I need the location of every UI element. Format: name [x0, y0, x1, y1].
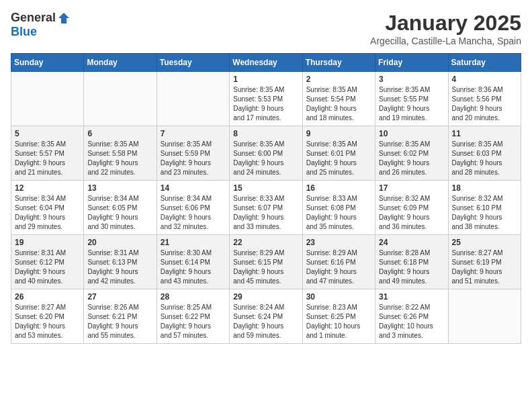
calendar-cell: 3Sunrise: 8:35 AM Sunset: 5:55 PM Daylig… [375, 72, 448, 126]
calendar-cell: 7Sunrise: 8:35 AM Sunset: 5:59 PM Daylig… [157, 126, 229, 181]
day-info: Sunrise: 8:35 AM Sunset: 5:57 PM Dayligh… [15, 140, 80, 177]
calendar-cell [84, 72, 157, 126]
calendar-cell: 6Sunrise: 8:35 AM Sunset: 5:58 PM Daylig… [84, 126, 157, 181]
day-info: Sunrise: 8:31 AM Sunset: 6:13 PM Dayligh… [87, 248, 152, 286]
svg-marker-0 [58, 13, 69, 24]
day-number: 4 [452, 75, 517, 84]
calendar-cell [11, 72, 84, 126]
calendar-week-row: 1Sunrise: 8:35 AM Sunset: 5:53 PM Daylig… [11, 72, 521, 126]
day-number: 8 [233, 129, 298, 138]
calendar-cell: 28Sunrise: 8:25 AM Sunset: 6:22 PM Dayli… [157, 289, 229, 344]
day-number: 21 [161, 238, 226, 247]
calendar-cell: 31Sunrise: 8:22 AM Sunset: 6:26 PM Dayli… [375, 289, 448, 344]
day-info: Sunrise: 8:33 AM Sunset: 6:07 PM Dayligh… [233, 194, 298, 232]
day-number: 6 [87, 129, 152, 138]
calendar-cell: 19Sunrise: 8:31 AM Sunset: 6:12 PM Dayli… [11, 235, 84, 289]
day-number: 13 [87, 183, 152, 193]
calendar-cell: 10Sunrise: 8:35 AM Sunset: 6:02 PM Dayli… [375, 126, 448, 181]
day-info: Sunrise: 8:34 AM Sunset: 6:05 PM Dayligh… [87, 194, 152, 232]
day-number: 29 [233, 292, 298, 302]
day-info: Sunrise: 8:33 AM Sunset: 6:08 PM Dayligh… [306, 194, 371, 232]
calendar-cell: 15Sunrise: 8:33 AM Sunset: 6:07 PM Dayli… [230, 181, 302, 235]
calendar-cell [448, 289, 521, 344]
day-number: 22 [233, 238, 298, 247]
calendar-location: Argecilla, Castille-La Mancha, Spain [370, 36, 521, 46]
day-info: Sunrise: 8:27 AM Sunset: 6:20 PM Dayligh… [15, 303, 80, 340]
day-number: 5 [15, 129, 80, 138]
calendar-cell: 14Sunrise: 8:34 AM Sunset: 6:06 PM Dayli… [157, 181, 229, 235]
day-number: 18 [452, 183, 517, 193]
day-info: Sunrise: 8:23 AM Sunset: 6:25 PM Dayligh… [306, 303, 371, 340]
calendar-table: SundayMondayTuesdayWednesdayThursdayFrid… [11, 53, 521, 344]
day-info: Sunrise: 8:27 AM Sunset: 6:19 PM Dayligh… [452, 248, 517, 286]
calendar-week-row: 12Sunrise: 8:34 AM Sunset: 6:04 PM Dayli… [11, 181, 521, 235]
calendar-cell [157, 72, 229, 126]
logo-icon [57, 11, 71, 25]
title-block: January 2025 Argecilla, Castille-La Manc… [370, 11, 521, 46]
day-info: Sunrise: 8:35 AM Sunset: 5:58 PM Dayligh… [87, 140, 152, 177]
weekday-header-monday: Monday [84, 54, 157, 72]
day-number: 1 [233, 75, 298, 84]
weekday-header-sunday: Sunday [11, 54, 84, 72]
logo-blue-text: Blue [11, 25, 37, 39]
weekday-header-friday: Friday [375, 54, 448, 72]
day-number: 14 [161, 183, 226, 193]
logo: General Blue [11, 11, 71, 39]
day-info: Sunrise: 8:35 AM Sunset: 5:53 PM Dayligh… [233, 85, 298, 123]
day-number: 31 [379, 292, 444, 302]
calendar-cell: 11Sunrise: 8:35 AM Sunset: 6:03 PM Dayli… [448, 126, 521, 181]
calendar-cell: 9Sunrise: 8:35 AM Sunset: 6:01 PM Daylig… [302, 126, 375, 181]
calendar-cell: 24Sunrise: 8:28 AM Sunset: 6:18 PM Dayli… [375, 235, 448, 289]
day-info: Sunrise: 8:30 AM Sunset: 6:14 PM Dayligh… [161, 248, 226, 286]
day-number: 3 [379, 75, 444, 84]
day-number: 12 [15, 183, 80, 193]
day-info: Sunrise: 8:22 AM Sunset: 6:26 PM Dayligh… [379, 303, 444, 340]
calendar-cell: 4Sunrise: 8:36 AM Sunset: 5:56 PM Daylig… [448, 72, 521, 126]
day-info: Sunrise: 8:34 AM Sunset: 6:06 PM Dayligh… [161, 194, 226, 232]
day-number: 9 [306, 129, 371, 138]
day-number: 23 [306, 238, 371, 247]
day-info: Sunrise: 8:26 AM Sunset: 6:21 PM Dayligh… [87, 303, 152, 340]
day-info: Sunrise: 8:35 AM Sunset: 5:59 PM Dayligh… [161, 140, 226, 177]
day-info: Sunrise: 8:35 AM Sunset: 5:54 PM Dayligh… [306, 85, 371, 123]
day-info: Sunrise: 8:28 AM Sunset: 6:18 PM Dayligh… [379, 248, 444, 286]
day-number: 16 [306, 183, 371, 193]
calendar-title: January 2025 [370, 11, 521, 36]
day-number: 15 [233, 183, 298, 193]
day-info: Sunrise: 8:29 AM Sunset: 6:16 PM Dayligh… [306, 248, 371, 286]
calendar-cell: 5Sunrise: 8:35 AM Sunset: 5:57 PM Daylig… [11, 126, 84, 181]
day-number: 19 [15, 238, 80, 247]
day-number: 25 [452, 238, 517, 247]
calendar-cell: 30Sunrise: 8:23 AM Sunset: 6:25 PM Dayli… [302, 289, 375, 344]
day-info: Sunrise: 8:32 AM Sunset: 6:09 PM Dayligh… [379, 194, 444, 232]
day-info: Sunrise: 8:34 AM Sunset: 6:04 PM Dayligh… [15, 194, 80, 232]
calendar-week-row: 26Sunrise: 8:27 AM Sunset: 6:20 PM Dayli… [11, 289, 521, 344]
day-number: 7 [161, 129, 226, 138]
calendar-cell: 16Sunrise: 8:33 AM Sunset: 6:08 PM Dayli… [302, 181, 375, 235]
calendar-cell: 8Sunrise: 8:35 AM Sunset: 6:00 PM Daylig… [230, 126, 302, 181]
day-number: 30 [306, 292, 371, 302]
weekday-header-wednesday: Wednesday [230, 54, 302, 72]
day-number: 28 [161, 292, 226, 302]
day-info: Sunrise: 8:31 AM Sunset: 6:12 PM Dayligh… [15, 248, 80, 286]
calendar-cell: 29Sunrise: 8:24 AM Sunset: 6:24 PM Dayli… [230, 289, 302, 344]
day-number: 17 [379, 183, 444, 193]
calendar-cell: 25Sunrise: 8:27 AM Sunset: 6:19 PM Dayli… [448, 235, 521, 289]
day-number: 26 [15, 292, 80, 302]
day-number: 10 [379, 129, 444, 138]
day-info: Sunrise: 8:25 AM Sunset: 6:22 PM Dayligh… [161, 303, 226, 340]
day-number: 20 [87, 238, 152, 247]
calendar-cell: 1Sunrise: 8:35 AM Sunset: 5:53 PM Daylig… [230, 72, 302, 126]
calendar-cell: 26Sunrise: 8:27 AM Sunset: 6:20 PM Dayli… [11, 289, 84, 344]
day-info: Sunrise: 8:35 AM Sunset: 6:02 PM Dayligh… [379, 140, 444, 177]
weekday-header-row: SundayMondayTuesdayWednesdayThursdayFrid… [11, 54, 521, 72]
calendar-cell: 27Sunrise: 8:26 AM Sunset: 6:21 PM Dayli… [84, 289, 157, 344]
calendar-cell: 20Sunrise: 8:31 AM Sunset: 6:13 PM Dayli… [84, 235, 157, 289]
calendar-week-row: 19Sunrise: 8:31 AM Sunset: 6:12 PM Dayli… [11, 235, 521, 289]
calendar-week-row: 5Sunrise: 8:35 AM Sunset: 5:57 PM Daylig… [11, 126, 521, 181]
weekday-header-saturday: Saturday [448, 54, 521, 72]
calendar-cell: 17Sunrise: 8:32 AM Sunset: 6:09 PM Dayli… [375, 181, 448, 235]
day-info: Sunrise: 8:24 AM Sunset: 6:24 PM Dayligh… [233, 303, 298, 340]
calendar-cell: 21Sunrise: 8:30 AM Sunset: 6:14 PM Dayli… [157, 235, 229, 289]
calendar-cell: 12Sunrise: 8:34 AM Sunset: 6:04 PM Dayli… [11, 181, 84, 235]
